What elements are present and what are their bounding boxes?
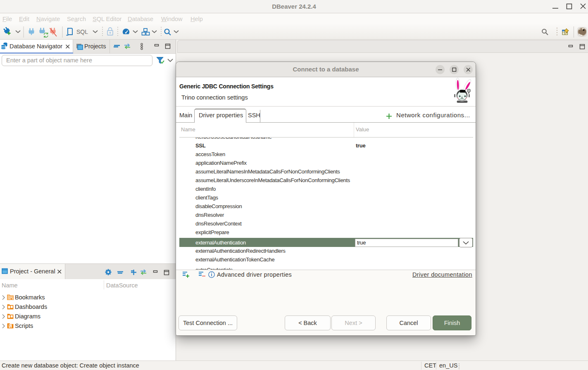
svg-text:SQL: SQL	[76, 28, 88, 35]
